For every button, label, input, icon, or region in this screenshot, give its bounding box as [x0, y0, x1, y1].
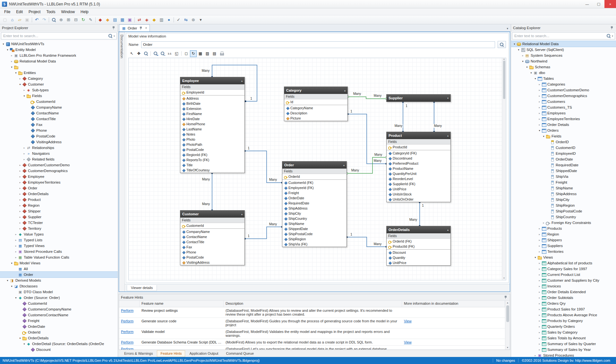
name-search-button[interactable] [498, 41, 506, 48]
entity-field-productid[interactable]: ProductId [387, 145, 450, 150]
collapsed-arrow-icon[interactable]: ▸ [537, 227, 542, 230]
catalog-item-suppliers[interactable]: ▸Suppliers [511, 243, 616, 249]
project-item-order[interactable]: ▸Order [0, 185, 118, 191]
catalog-item-territories[interactable]: ▸Territories [511, 249, 616, 254]
entity-field-companyname[interactable]: CompanyName [180, 229, 244, 234]
bottom-tab-errors-warnings[interactable]: Errors & Warnings [121, 350, 156, 357]
entity-header[interactable]: Customer▴ [180, 211, 244, 218]
expanded-arrow-icon[interactable]: ▾ [537, 129, 542, 132]
pan-icon[interactable]: ✥ [135, 50, 142, 57]
feature-hints-scrollbar[interactable]: ▲ ▼ [505, 301, 510, 350]
scroll-down-icon[interactable]: ▼ [507, 345, 509, 350]
collapsed-arrow-icon[interactable]: ▸ [10, 60, 14, 63]
collapsed-arrow-icon[interactable]: ▸ [537, 123, 542, 126]
entity-field-unitprice[interactable]: UnitPrice [387, 260, 450, 265]
project-item-orderid[interactable]: OrderId [0, 329, 118, 335]
expanded-arrow-icon[interactable]: ▾ [22, 343, 26, 345]
perform-link[interactable]: Perform [121, 309, 133, 312]
collapsed-arrow-icon[interactable]: ▸ [537, 331, 542, 334]
entity-field-picture[interactable]: Picture [284, 116, 347, 121]
entity-field-address[interactable]: Address [180, 96, 244, 101]
bottom-tab-command-queue[interactable]: Command Queue [222, 350, 257, 357]
project-item-all[interactable]: ▦All [0, 266, 118, 272]
catalog-item-orderdate[interactable]: OrderDate [511, 156, 616, 162]
entity-orderdetails[interactable]: OrderDetails▴FieldsOrderId (FK)ProductId… [386, 226, 451, 266]
catalog-item-sales-by-category[interactable]: ▸Sales by Category [511, 329, 616, 335]
entity-field-postalcode[interactable]: PostalCode [180, 255, 244, 260]
rename-icon[interactable]: ✎ [87, 16, 94, 23]
save-icon[interactable]: ▣ [23, 16, 31, 23]
entity-field-shipcity[interactable]: ShipCity [282, 211, 346, 216]
collapse-chevron-icon[interactable]: ▴ [447, 134, 449, 137]
catalog-item-current-product-list[interactable]: ▸Current Product List [511, 272, 616, 277]
view-link[interactable]: View [404, 340, 412, 344]
entity-field-shipregion[interactable]: ShipRegion [282, 236, 346, 242]
entity-header[interactable]: Product▴ [387, 132, 450, 139]
catalog-item-freight[interactable]: Freight [511, 179, 616, 185]
entity-header[interactable]: Category▴ [284, 87, 347, 94]
toolbar-overflow-icon[interactable]: ▾ [197, 16, 204, 23]
collapsed-arrow-icon[interactable]: ▸ [537, 319, 542, 322]
collapse-chevron-icon[interactable]: ▴ [241, 213, 243, 216]
project-item-value-types[interactable]: ▸◆Value Types [0, 231, 118, 237]
entity-field-employeeid[interactable]: EmployeeId [180, 90, 244, 95]
expanded-arrow-icon[interactable]: ▾ [529, 71, 533, 74]
toggle-grid-icon[interactable]: ▦ [197, 50, 204, 57]
project-item-model-views[interactable]: ▾Model Views [0, 260, 118, 266]
collapsed-arrow-icon[interactable]: ▸ [537, 83, 542, 86]
collapsed-arrow-icon[interactable]: ▸ [18, 198, 22, 201]
project-item-customer[interactable]: ▾Customer [0, 81, 118, 87]
collapse-all-icon[interactable]: ⊟ [72, 16, 80, 23]
minimize-button[interactable]: — [581, 0, 593, 8]
project-item-region[interactable]: ▸Region [0, 203, 118, 208]
expand-all-icon[interactable]: ⊞ [65, 16, 72, 23]
entity-header[interactable]: Supplier▾ [387, 95, 450, 102]
project-item-employeeterritories[interactable]: ▸EmployeeTerritories [0, 179, 118, 185]
entity-field-birthdate[interactable]: BirthDate [180, 101, 244, 106]
project-item-entities[interactable]: ▾Entities [0, 70, 118, 76]
expand-chevron-icon[interactable]: ▾ [447, 97, 449, 100]
view-link[interactable]: View [404, 319, 412, 323]
add-entity-icon[interactable]: ◆ [97, 16, 104, 23]
entity-field-id[interactable]: Id [284, 99, 347, 104]
collapsed-arrow-icon[interactable]: ▸ [537, 239, 542, 242]
project-item-table-valued-function-calls[interactable]: ▸▦Table Valued Function Calls [0, 254, 118, 260]
search-dropdown-icon[interactable]: ▾ [113, 35, 116, 37]
catalog-item-schemas[interactable]: ▾Schemas [511, 64, 616, 70]
collapsed-arrow-icon[interactable]: ▸ [521, 54, 525, 57]
collapsed-arrow-icon[interactable]: ▸ [537, 273, 542, 276]
catalog-item-tables[interactable]: ▾Tables [511, 76, 616, 81]
entity-field-reportsto-fk[interactable]: ReportsTo (FK) [180, 157, 244, 162]
catalog-item-categories[interactable]: ▸Categories [511, 81, 616, 87]
project-item-fax[interactable]: Fax [0, 122, 118, 128]
menu-project[interactable]: Project [26, 9, 43, 15]
sync-sources-icon[interactable]: ⇆ [182, 16, 190, 23]
project-item-typed-views[interactable]: ▸▦Typed Views [0, 243, 118, 249]
collapsed-arrow-icon[interactable]: ▸ [18, 164, 22, 167]
collapsed-arrow-icon[interactable]: ▸ [537, 348, 542, 351]
project-item-navigators[interactable]: ▸»Navigators [0, 151, 118, 156]
pin-icon[interactable] [111, 26, 116, 30]
add-relationship-icon[interactable]: ⇄ [136, 16, 143, 23]
add-stored-procedure-icon[interactable]: ▣ [126, 16, 133, 23]
project-item-orderdetail-source-orderdetails-orderde[interactable]: ▾◆OrderDetail (Source: OrderDetails (Ord… [0, 341, 118, 347]
entity-header[interactable]: Employee▴ [180, 77, 244, 84]
search-icon[interactable] [50, 16, 57, 23]
entity-field-photo[interactable]: Photo [180, 137, 244, 142]
collapse-chevron-icon[interactable]: ▴ [344, 89, 346, 92]
scroll-thumb[interactable] [506, 305, 509, 322]
expanded-arrow-icon[interactable]: ▾ [22, 95, 26, 97]
entity-field-freight[interactable]: Freight [282, 190, 346, 195]
project-item-order[interactable]: ▦Order [0, 272, 118, 277]
entity-field-homephone[interactable]: HomePhone [180, 121, 244, 127]
collapsed-arrow-icon[interactable]: ▸ [14, 250, 18, 253]
close-tab-icon[interactable]: × [145, 26, 147, 30]
catalog-item-shipregion[interactable]: ShipRegion [511, 203, 616, 208]
catalog-item-customerdemographics[interactable]: ▸CustomerDemographics [511, 93, 616, 99]
print-icon[interactable] [218, 50, 225, 57]
catalog-item-fields[interactable]: ▾Fields [511, 133, 616, 139]
entity-field-shipvia-fk[interactable]: ShipVia (FK) [282, 242, 346, 247]
catalog-item-product-sales-for-1997[interactable]: ▸Product Sales for 1997 [511, 306, 616, 312]
expanded-arrow-icon[interactable]: ▾ [10, 285, 14, 288]
menu-edit[interactable]: Edit [13, 9, 26, 15]
